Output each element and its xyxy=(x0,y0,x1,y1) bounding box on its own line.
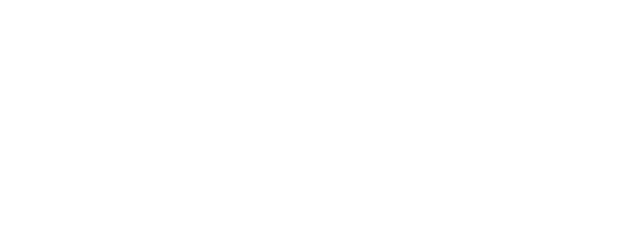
finder-window xyxy=(0,0,644,232)
